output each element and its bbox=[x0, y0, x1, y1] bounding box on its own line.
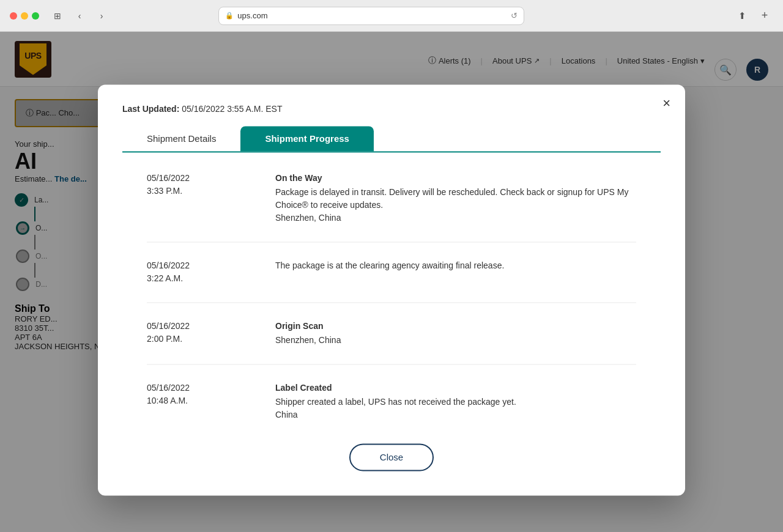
entry-4-location: China bbox=[275, 408, 636, 421]
progress-entries: 05/16/2022 3:33 P.M. On the Way Package … bbox=[122, 172, 661, 421]
entry-3-title: Origin Scan bbox=[275, 320, 636, 333]
back-button[interactable]: ‹ bbox=[71, 7, 88, 24]
progress-entry-4: 05/16/2022 10:48 A.M. Label Created Ship… bbox=[147, 382, 636, 421]
entry-3-date-value: 05/16/2022 bbox=[147, 320, 226, 333]
divider-1 bbox=[147, 242, 636, 242]
entry-3-location: Shenzhen, China bbox=[275, 334, 636, 347]
last-updated-label: Last Updated: bbox=[122, 104, 179, 114]
modal-close-x-button[interactable]: × bbox=[662, 97, 670, 110]
address-bar[interactable]: 🔒 ups.com ↺ bbox=[218, 7, 524, 25]
entry-4-desc: Shipper created a label, UPS has not rec… bbox=[275, 397, 516, 407]
entry-2-content: The package is at the clearing agency aw… bbox=[275, 259, 636, 272]
entry-1-date-value: 05/16/2022 bbox=[147, 172, 226, 185]
entry-1-time-value: 3:33 P.M. bbox=[147, 185, 226, 198]
tab-shipment-progress[interactable]: Shipment Progress bbox=[240, 126, 374, 151]
traffic-lights bbox=[10, 12, 39, 20]
lock-icon: 🔒 bbox=[225, 12, 234, 20]
maximize-window-button[interactable] bbox=[32, 12, 39, 20]
minimize-window-button[interactable] bbox=[21, 12, 28, 20]
divider-2 bbox=[147, 302, 636, 303]
entry-2-time-value: 3:22 A.M. bbox=[147, 272, 226, 285]
close-modal-button[interactable]: Close bbox=[349, 443, 434, 471]
entry-3-time-value: 2:00 P.M. bbox=[147, 333, 226, 345]
last-updated-text: Last Updated: 05/16/2022 3:55 A.M. EST bbox=[122, 104, 661, 114]
progress-entry-1: 05/16/2022 3:33 P.M. On the Way Package … bbox=[147, 172, 636, 224]
browser-actions: ⬆ + bbox=[734, 7, 773, 24]
last-updated-value: 05/16/2022 3:55 A.M. EST bbox=[182, 104, 282, 114]
entry-3-content: Origin Scan Shenzhen, China bbox=[275, 320, 636, 347]
page-background: UPS ⓘ Alerts (1) | About UPS ↗ | Locatio… bbox=[0, 32, 783, 532]
entry-1-title: On the Way bbox=[275, 172, 636, 185]
browser-chrome: ⊞ ‹ › 🔒 ups.com ↺ ⬆ + bbox=[0, 0, 783, 32]
modal-tabs: Shipment Details Shipment Progress bbox=[122, 126, 661, 152]
divider-3 bbox=[147, 364, 636, 364]
entry-4-date: 05/16/2022 10:48 A.M. bbox=[147, 382, 226, 407]
new-tab-button[interactable]: + bbox=[756, 7, 773, 24]
entry-4-title: Label Created bbox=[275, 382, 636, 394]
entry-1-content: On the Way Package is delayed in transit… bbox=[275, 172, 636, 224]
sidebar-toggle-button[interactable]: ⊞ bbox=[49, 7, 66, 24]
entry-2-desc: The package is at the clearing agency aw… bbox=[275, 260, 504, 270]
reload-icon[interactable]: ↺ bbox=[511, 11, 518, 20]
url-text: ups.com bbox=[237, 11, 267, 20]
forward-button[interactable]: › bbox=[93, 7, 110, 24]
tab-shipment-details[interactable]: Shipment Details bbox=[122, 126, 240, 151]
entry-1-location: Shenzhen, China bbox=[275, 212, 636, 224]
shipment-modal: × Last Updated: 05/16/2022 3:55 A.M. EST… bbox=[98, 84, 685, 495]
entry-2-date-value: 05/16/2022 bbox=[147, 259, 226, 272]
entry-3-date: 05/16/2022 2:00 P.M. bbox=[147, 320, 226, 345]
entry-4-time-value: 10:48 A.M. bbox=[147, 394, 226, 407]
entry-2-date: 05/16/2022 3:22 A.M. bbox=[147, 259, 226, 285]
entry-1-desc: Package is delayed in transit. Delivery … bbox=[275, 187, 628, 210]
entry-4-content: Label Created Shipper created a label, U… bbox=[275, 382, 636, 421]
share-button[interactable]: ⬆ bbox=[734, 7, 751, 24]
entry-4-date-value: 05/16/2022 bbox=[147, 382, 226, 394]
close-window-button[interactable] bbox=[10, 12, 17, 20]
browser-nav: ⊞ ‹ › bbox=[49, 7, 110, 24]
entry-1-date: 05/16/2022 3:33 P.M. bbox=[147, 172, 226, 198]
progress-entry-2: 05/16/2022 3:22 A.M. The package is at t… bbox=[147, 259, 636, 285]
progress-entry-3: 05/16/2022 2:00 P.M. Origin Scan Shenzhe… bbox=[147, 320, 636, 347]
